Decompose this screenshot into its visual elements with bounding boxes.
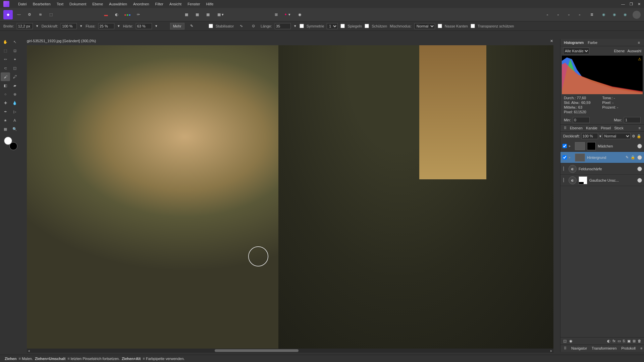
mirror-checkbox[interactable] — [340, 24, 345, 28]
color-swatch[interactable] — [4, 137, 17, 150]
opacity-input[interactable] — [61, 23, 77, 29]
warning-icon[interactable]: ⚠ — [638, 57, 641, 61]
menu-arrange[interactable]: Anordnen — [133, 2, 149, 6]
selection-brush-icon[interactable]: ✏ — [1, 55, 10, 64]
hardness-input[interactable] — [136, 23, 152, 29]
menu-file[interactable]: Datei — [18, 2, 27, 6]
layer-name[interactable]: Feldunschärfe — [579, 167, 635, 171]
flow-chevron-icon[interactable]: ▾ — [117, 24, 120, 28]
window-maximize-icon[interactable]: ❐ — [630, 2, 633, 6]
node-tool-icon[interactable]: ▷ — [10, 107, 19, 116]
visibility-toggle-icon[interactable] — [637, 178, 642, 183]
document-tab[interactable]: girl-535251_1920.jpg [Geändert] (300,0%)… — [27, 39, 96, 43]
flood-select-icon[interactable]: ✦ — [10, 55, 19, 64]
panel-menu-icon[interactable]: ≡ — [640, 346, 642, 351]
clone-tool-icon[interactable]: ⊕ — [10, 90, 19, 99]
layer-name[interactable]: Gaußsche Unsc... — [589, 178, 635, 182]
layer-row[interactable]: ▸ Hintergrund ✎ 🔒 — [560, 152, 644, 163]
dodge-tool-icon[interactable]: ○ — [1, 90, 10, 99]
persona-export-icon[interactable]: ⬚ — [46, 10, 56, 19]
force-pressure-icon[interactable]: ✎ — [187, 21, 197, 31]
drag-handle-icon[interactable]: ⠿ — [564, 126, 567, 130]
arrange-4-icon[interactable]: ▫ — [575, 10, 584, 19]
quick-mask-icon[interactable]: ◉ — [569, 339, 573, 343]
tab-stock[interactable]: Stock — [614, 126, 624, 130]
expand-icon[interactable]: ┃ — [562, 178, 567, 182]
edit-icon[interactable]: ✎ — [626, 155, 629, 160]
tab-histogram[interactable]: Histogramm — [564, 41, 584, 45]
layer-opacity-chevron-icon[interactable]: ▾ — [599, 134, 601, 138]
group-icon[interactable]: ▣ — [627, 339, 631, 343]
quickmask-icon[interactable]: ◉ — [295, 10, 305, 19]
fill-tool-icon[interactable]: ▰ — [10, 81, 19, 90]
menu-view[interactable]: Ansicht — [169, 2, 181, 6]
crop-tool-icon[interactable]: ⊡ — [10, 46, 19, 55]
account-avatar-icon[interactable] — [633, 11, 641, 19]
menu-document[interactable]: Dokument — [69, 2, 86, 6]
tab-navigator[interactable]: Navigator — [571, 346, 587, 351]
stabilizer-checkbox[interactable] — [209, 24, 213, 28]
drag-handle-icon[interactable]: ⠿ — [564, 346, 567, 351]
window-close-icon[interactable]: ✕ — [638, 2, 641, 6]
document-close-icon[interactable]: ✕ — [550, 39, 553, 43]
min-input[interactable] — [573, 117, 590, 123]
lasso-tool-icon[interactable]: ⊂ — [1, 64, 10, 72]
menu-filter[interactable]: Filter — [155, 2, 163, 6]
move-tool-icon[interactable]: ↖ — [10, 38, 19, 46]
panel-menu-icon[interactable]: ≡ — [638, 41, 641, 45]
arrange-3-icon[interactable]: ▫ — [564, 10, 574, 19]
layer-blend-select[interactable]: Normal — [603, 133, 631, 139]
layer-lock-icon[interactable]: 🔒 — [637, 134, 641, 138]
blend-select[interactable]: Normal — [414, 23, 435, 29]
menu-text[interactable]: Text — [57, 2, 63, 6]
wet-checkbox[interactable] — [438, 24, 442, 28]
cloud-1-icon[interactable]: ◉ — [599, 10, 608, 19]
align-icon[interactable]: ≣ — [587, 10, 596, 19]
rope-icon[interactable]: ∿ — [236, 21, 246, 31]
mask-edit-icon[interactable]: ◫ — [563, 339, 567, 343]
heal-tool-icon[interactable]: ✚ — [1, 99, 10, 107]
tab-history[interactable]: Protokoll — [621, 346, 636, 351]
opacity-chevron-icon[interactable]: ▾ — [79, 24, 83, 28]
tab-channels[interactable]: Kanäle — [586, 126, 597, 130]
color-replace-icon[interactable]: 🖍 — [10, 72, 19, 81]
snap-left-icon[interactable]: ▦ — [182, 10, 191, 19]
visibility-toggle-icon[interactable] — [637, 155, 642, 160]
persona-develop-icon[interactable]: ⚙ — [25, 10, 34, 19]
histogram-layer-button[interactable]: Ebene — [614, 49, 625, 53]
length-chevron-icon[interactable]: ▾ — [293, 24, 297, 28]
shape-tool-icon[interactable]: ★ — [1, 116, 10, 125]
persona-tone-icon[interactable]: ≋ — [36, 10, 45, 19]
persona-photo-icon[interactable]: ◆ — [3, 10, 13, 19]
layer-check[interactable] — [562, 155, 567, 160]
tab-transform[interactable]: Transformieren — [592, 346, 616, 351]
snapping-dropdown[interactable]: ▦ ▾ — [215, 12, 226, 17]
layer-opacity-input[interactable] — [581, 133, 598, 139]
arrange-2-icon[interactable]: ▫ — [553, 10, 563, 19]
symmetry-checkbox[interactable] — [300, 24, 304, 28]
menu-help[interactable]: Hilfe — [206, 2, 213, 6]
paint-brush-icon[interactable]: 🖌 — [1, 72, 10, 81]
width-chevron-icon[interactable]: ▾ — [36, 24, 39, 28]
expand-icon[interactable]: ▸ — [569, 155, 573, 160]
menu-window[interactable]: Fenster — [187, 2, 200, 6]
fx-icon[interactable]: fx — [612, 339, 615, 343]
lock-icon[interactable]: 🔒 — [631, 155, 635, 160]
swatch-gray-icon[interactable]: ◐ — [112, 10, 121, 19]
visibility-toggle-icon[interactable] — [637, 167, 642, 171]
persona-liquify-icon[interactable]: 〰 — [14, 10, 23, 19]
hand-tool-icon[interactable]: ✋ — [1, 38, 10, 46]
layer-check[interactable] — [562, 144, 567, 148]
delete-layer-icon[interactable]: 🗑 — [638, 339, 641, 343]
layer-row[interactable]: ▸ Mädchen — [560, 140, 644, 152]
layer-name[interactable]: Mädchen — [598, 144, 635, 148]
window-icon[interactable]: ⊙ — [249, 21, 258, 31]
horizontal-scrollbar[interactable]: ◂ ▸ — [27, 349, 553, 353]
text-tool-icon[interactable]: A — [10, 116, 19, 125]
layer-mask-thumb-icon[interactable] — [579, 176, 587, 184]
max-input[interactable] — [624, 117, 641, 123]
assist-dropdown[interactable]: ✦ ▾ — [282, 12, 292, 17]
expand-icon[interactable]: ┃ — [562, 167, 567, 171]
marquee-tool-icon[interactable]: ◫ — [10, 64, 19, 72]
assist-icon[interactable]: ⊞ — [271, 10, 281, 19]
